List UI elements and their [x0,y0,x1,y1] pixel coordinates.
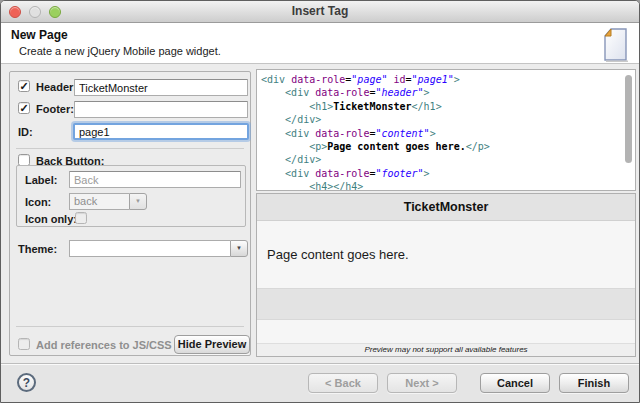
back-button[interactable]: < Back [308,373,378,393]
id-label: ID: [18,125,33,139]
minimize-window-button[interactable] [29,6,41,18]
zoom-window-button[interactable] [49,6,61,18]
theme-combobox-value [69,240,230,257]
back-label-input[interactable] [69,171,241,188]
id-text-input[interactable] [73,123,249,140]
icon-combobox-value: back [69,193,129,210]
preview-fill [257,320,635,343]
wizard-banner: New Page Create a new jQuery Mobile page… [1,23,639,64]
icon-field-label: Icon: [25,195,51,209]
insert-tag-dialog: Insert Tag New Page Create a new jQuery … [0,0,640,403]
chevron-down-icon[interactable]: ▼ [230,240,248,257]
hide-preview-button[interactable]: Hide Preview [174,335,250,354]
divider [16,148,244,149]
preview-panel: TicketMonster Page content goes here. Pr… [256,193,636,357]
checkmark-icon: ✓ [19,80,28,92]
cancel-button[interactable]: Cancel [480,373,550,393]
page-subtitle: Create a new jQuery Mobile page widget. [19,45,221,57]
scrollbar-thumb[interactable] [625,75,632,163]
preview-page-header: TicketMonster [257,194,635,221]
code-editor[interactable]: <div data-role="page" id="page1"> <div d… [256,69,636,191]
dialog-button-bar: ? < Back Next > Cancel Finish [1,363,639,403]
titlebar: Insert Tag [1,1,639,23]
page-options-panel: ✓ Header: ✓ Footer: ID: Back Button: Lab… [9,71,251,356]
label-field-label: Label: [25,173,57,187]
icon-only-checkbox[interactable] [75,212,87,224]
close-window-button[interactable] [9,6,21,18]
header-text-input[interactable] [74,79,248,96]
header-label: Header: [36,80,77,94]
footer-text-input[interactable] [74,101,248,118]
header-checkbox[interactable]: ✓ [18,80,30,92]
checkmark-icon: ✓ [19,102,28,114]
page-title: New Page [11,28,68,42]
theme-combobox[interactable]: ▼ [69,240,248,257]
icon-combobox[interactable]: back ▼ [69,193,147,210]
code-content: <div data-role="page" id="page1"> <div d… [261,73,621,191]
window-title: Insert Tag [1,1,639,22]
chevron-down-icon[interactable]: ▼ [129,193,147,210]
back-button-options-group: Label: Icon: back ▼ Icon only: [16,165,246,227]
theme-label: Theme: [18,242,57,256]
divider [16,326,244,327]
new-document-icon [598,27,630,63]
footer-label: Footer: [36,102,74,116]
preview-page-content: Page content goes here. [257,221,635,288]
preview-note: Preview may not support all available fe… [257,343,635,356]
add-references-label: Add references to JS/CSS [36,338,172,352]
next-button[interactable]: Next > [387,373,457,393]
footer-checkbox[interactable]: ✓ [18,102,30,114]
help-button[interactable]: ? [17,373,36,392]
preview-page-footer [257,288,635,320]
add-references-checkbox[interactable] [18,338,30,350]
finish-button[interactable]: Finish [559,373,629,393]
icon-only-label: Icon only: [25,212,77,226]
